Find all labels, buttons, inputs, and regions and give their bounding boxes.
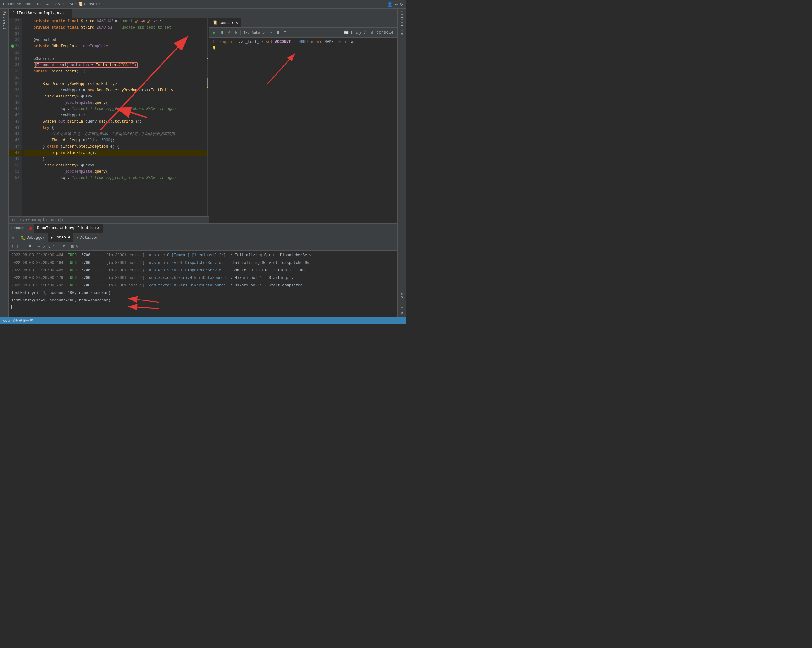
- execute-btn[interactable]: ⚡: [227, 29, 232, 36]
- top-bar: Database Consoles › 49.235.29.74 › 📜 con…: [0, 0, 406, 9]
- refresh-icon[interactable]: ↻: [400, 2, 403, 7]
- dbg-clear[interactable]: ✗: [62, 243, 66, 249]
- console-btn[interactable]: 🖥 console: [369, 29, 395, 35]
- console-tab[interactable]: 📜 console ✕: [209, 18, 241, 27]
- debug-app-tab[interactable]: DemoTransactionApplication ✕: [34, 224, 102, 233]
- class-2: o.s.web.servlet.DispatcherServlet: [149, 261, 224, 265]
- dbg-step-in[interactable]: ↘: [47, 243, 51, 249]
- app-container: Database Consoles › 49.235.29.74 › 📜 con…: [0, 0, 406, 324]
- debug-app-icon: 🐞: [28, 226, 33, 231]
- tx-list[interactable]: ≡: [283, 29, 288, 35]
- log-line-6: TestEntity(id=1, account=100, name=zhang…: [11, 290, 395, 296]
- pid-3: 5706: [81, 268, 90, 273]
- debug-label: Debug:: [11, 226, 25, 231]
- code-line-36: [24, 75, 207, 81]
- settings-btn[interactable]: ⚙: [233, 29, 238, 36]
- ln-27: 27: [9, 18, 22, 24]
- code-line-51: = jdbcTemplate.query(: [24, 169, 207, 175]
- console-output[interactable]: 1 ✓ update zzp_test_tx set ACCOUNT = 999…: [209, 38, 397, 223]
- dbg-stop-btn[interactable]: ⏹: [27, 243, 33, 249]
- ln-31: ⬤31: [9, 43, 22, 49]
- dbg-step-dn[interactable]: ↓: [57, 243, 61, 249]
- restart-icon: ↺: [12, 235, 14, 240]
- dbg-down-btn[interactable]: ↓: [16, 243, 20, 249]
- thread-1: [io-30001-exec-1]: [106, 253, 145, 258]
- ln-50: 50: [9, 162, 22, 169]
- ln-36: 36: [9, 75, 22, 81]
- ln-28: 28: [9, 24, 22, 31]
- dbg-sep1: [35, 244, 35, 249]
- code-line-41: sql: "select * from zzp_test_tx where NA…: [24, 106, 207, 112]
- run-btn[interactable]: ▶: [212, 29, 217, 36]
- tx-undo[interactable]: ↩: [268, 29, 273, 36]
- ln-49: 49: [9, 156, 22, 162]
- console-sql-line: 1 ✓ update zzp_test_tx set ACCOUNT = 999…: [212, 39, 395, 45]
- project-icon[interactable]: Project: [1, 10, 8, 31]
- dbg-swap[interactable]: ⇆: [75, 243, 79, 249]
- structure-icon[interactable]: Structure: [399, 10, 405, 37]
- person-icon[interactable]: 👤: [387, 2, 392, 7]
- ln-33: 33: [9, 56, 22, 62]
- tab-java-close[interactable]: ✕: [66, 11, 68, 15]
- favorites-icon[interactable]: Favorites: [399, 289, 405, 316]
- console-tab-lbl: Console: [55, 235, 70, 240]
- tab-java-label: ITestServiceImpl.java: [16, 11, 64, 15]
- tx-stop[interactable]: ⏹: [275, 29, 281, 35]
- thread-4: [io-30001-exec-1]: [106, 276, 145, 280]
- breadcrumb-bottom: ITestServiceImpl › test1(): [9, 216, 209, 223]
- debug-content[interactable]: 2022-08-03 20:20:00.464 INFO 5706 --- [i…: [9, 251, 397, 317]
- debug-tab-bar: Debug: 🐞 DemoTransactionApplication ✕: [9, 224, 397, 233]
- ln-32: 32: [9, 49, 22, 56]
- dbg-grid[interactable]: ▦: [70, 243, 74, 249]
- dbg-step-over[interactable]: ↗: [42, 243, 46, 249]
- ts-2: 2022-08-03 20:20:00.464: [11, 261, 63, 265]
- ln-47: 47: [9, 143, 22, 150]
- debugger-icon: 🐛: [21, 236, 25, 240]
- dbg-pause-btn[interactable]: ⏸: [21, 243, 26, 249]
- stop-btn[interactable]: ⏸: [218, 29, 225, 35]
- ln-48: 48: [9, 150, 22, 156]
- code-scrollbar[interactable]: [207, 18, 209, 216]
- breadcrumb-console[interactable]: console: [84, 2, 100, 6]
- debug-toolbar: ↑ ↓ ⏸ ⏹ ≡ ↗ ↘ ↑ ↓ ✗ ▦ ⇆: [9, 242, 397, 251]
- scroll-thumb: [207, 78, 208, 87]
- dbg-up-btn[interactable]: ↑: [11, 243, 14, 249]
- center-column: J ITestServiceImpl.java ✕ 27 28 29 3: [9, 9, 397, 317]
- arrow-annotation-area: [212, 51, 395, 89]
- back-icon[interactable]: ←: [395, 2, 398, 7]
- debug-tab-actuator[interactable]: ⚡ Actuator: [73, 233, 101, 242]
- sep-4: ---: [95, 276, 102, 280]
- code-line-46: Thread.sleep( millis: 5000);: [24, 137, 207, 143]
- tx-check[interactable]: ✓: [261, 29, 267, 36]
- console-icon-dbg: ▶: [51, 235, 53, 240]
- tab-java[interactable]: J ITestServiceImpl.java ✕: [9, 9, 72, 18]
- scroll-marker-2: [207, 87, 208, 88]
- code-content[interactable]: private static final String WANG_WU = "u…: [22, 18, 209, 216]
- status-text: CSDN @显然无一些: [3, 319, 33, 323]
- breadcrumb-db[interactable]: Database Consoles: [3, 2, 41, 6]
- ts-3: 2022-08-03 20:20:00.465: [11, 268, 63, 273]
- debug-close[interactable]: ✕: [97, 226, 99, 230]
- ts-4: 2022-08-03 20:20:00.479: [11, 276, 63, 280]
- pid-4: 5706: [81, 276, 90, 280]
- code-line-29: [24, 31, 207, 37]
- top-icons: 👤 ← ↻: [387, 2, 403, 7]
- msg-1: : Initializing Spring DispatcherServ: [230, 253, 311, 258]
- actuator-icon: ⚡: [76, 236, 79, 240]
- debug-app-name: DemoTransactionApplication: [37, 226, 96, 230]
- cursor-line[interactable]: [11, 305, 395, 311]
- console-toolbar: ▶ ⏸ ⚡ ⚙ Tx: Auto ✓ ↩ ⏹ ≡ 📰 blog: [209, 27, 397, 38]
- dbg-list-btn[interactable]: ≡: [37, 243, 41, 249]
- debug-tab-debugger[interactable]: 🐛 Debugger: [18, 233, 48, 242]
- debug-tab-console[interactable]: ▶ Console: [48, 233, 74, 242]
- dbg-step-up[interactable]: ↑: [52, 243, 56, 249]
- breadcrumb-ip[interactable]: 49.235.29.74: [46, 2, 73, 6]
- debugger-label: Debugger: [27, 236, 45, 240]
- console-tab-close[interactable]: ✕: [235, 20, 238, 25]
- pid-5: 5706: [81, 283, 90, 288]
- blog-btn[interactable]: 📰 blog ∨: [342, 29, 367, 36]
- level-4: INFO: [68, 276, 77, 280]
- code-line-48: e.printStackTrace();: [24, 150, 207, 156]
- ts-5: 2022-08-03 20:20:00.702: [11, 283, 63, 288]
- debug-restart-btn[interactable]: ↺: [9, 233, 18, 242]
